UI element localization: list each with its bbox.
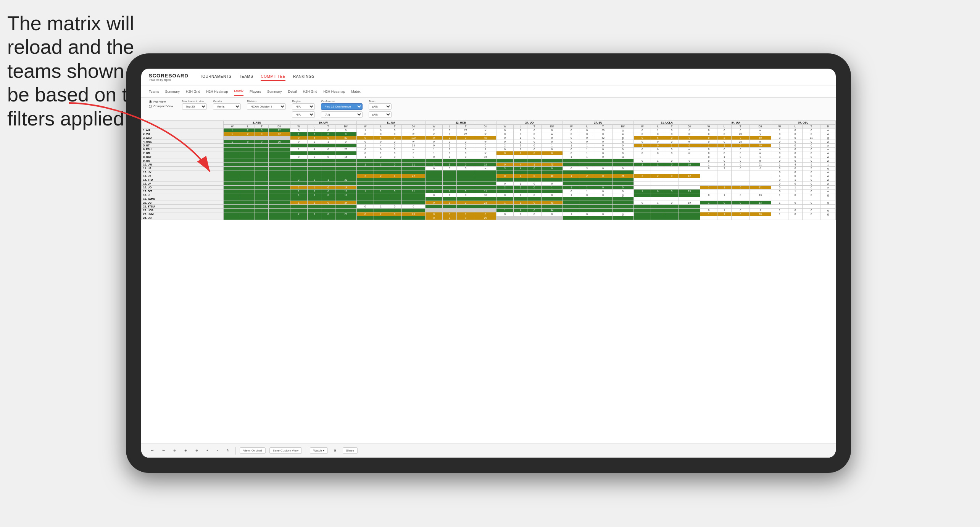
matrix-cell: g: [820, 193, 836, 197]
matrix-cell: [335, 216, 356, 220]
nav-teams[interactable]: TEAMS: [239, 73, 253, 81]
row-label: 18. U: [142, 193, 224, 197]
compact-view-radio[interactable]: Compact View: [149, 104, 173, 108]
zoom-in-btn[interactable]: ⊕: [182, 448, 189, 453]
matrix-cell: [731, 178, 750, 182]
conference-select[interactable]: Pac-12 Conference (All): [321, 103, 363, 110]
matrix-cell: [356, 170, 374, 174]
matrix-cell: 1: [771, 212, 788, 216]
division-select[interactable]: NCAA Division I NCAA Division II NCAA Di…: [247, 103, 286, 110]
region-select2[interactable]: N/A: [292, 111, 315, 118]
matrix-cell: 0: [388, 151, 401, 155]
reset-btn[interactable]: ↻: [224, 448, 232, 453]
refresh-btn[interactable]: ⊙: [171, 448, 178, 453]
matrix-cell: 0: [527, 209, 541, 212]
team-select2[interactable]: (All): [369, 111, 392, 118]
view-toggle: Full View Compact View: [149, 100, 173, 108]
matrix-cell: [717, 216, 731, 220]
region-select[interactable]: N/A: [292, 103, 315, 110]
matrix-cell: [665, 178, 679, 182]
subnav-teams[interactable]: Teams: [149, 87, 159, 96]
matrix-cell: 1: [717, 144, 731, 148]
matrix-cell: [401, 193, 425, 197]
matrix-cell: [456, 159, 475, 163]
subnav-players[interactable]: Players: [250, 87, 261, 96]
minus-btn[interactable]: −: [214, 448, 221, 453]
matrix-cell: 2: [374, 212, 388, 216]
matrix-cell: 3: [750, 209, 771, 212]
matrix-cell: 0: [771, 170, 788, 174]
matrix-cell: [679, 167, 700, 170]
matrix-cell: 1: [514, 148, 527, 151]
conference-select2[interactable]: (All): [321, 111, 363, 118]
watch-btn[interactable]: Watch ▾: [310, 447, 328, 454]
col-asu: 3. ASU: [224, 121, 290, 125]
nav-rankings[interactable]: RANKINGS: [293, 73, 314, 81]
matrix-cell: 0: [731, 163, 750, 167]
share-icon-btn[interactable]: ⊞: [332, 448, 339, 453]
save-custom-btn[interactable]: Save Custom View: [269, 447, 302, 454]
matrix-cell: 0: [788, 193, 802, 197]
matrix-cell: 1: [443, 155, 456, 159]
matrix-cell: [563, 216, 580, 220]
matrix-cell: 1: [374, 190, 388, 193]
subnav-h2h-grid1[interactable]: H2H Grid: [186, 87, 200, 96]
matrix-cell: [443, 186, 456, 190]
matrix-area[interactable]: 3. ASU 10. UW 11. UA 22. UCB 24. UO 27. …: [141, 121, 836, 458]
matrix-cell: [541, 170, 563, 174]
full-view-radio[interactable]: Full View: [149, 100, 173, 103]
matrix-cell: [717, 178, 731, 182]
row-label: 8. UAF: [142, 155, 224, 159]
matrix-cell: [255, 148, 269, 151]
matrix-cell: 3: [443, 163, 456, 167]
redo-btn[interactable]: ↪: [160, 448, 167, 453]
matrix-cell: 0: [594, 167, 612, 170]
matrix-cell: 11: [335, 193, 356, 197]
matrix-cell: 0: [541, 129, 563, 132]
matrix-cell: 38: [541, 174, 563, 178]
nav-committee[interactable]: COMMITTEE: [261, 73, 285, 81]
matrix-cell: [425, 205, 442, 209]
nav-tournaments[interactable]: TOURNAMENTS: [200, 73, 232, 81]
subnav-summary2[interactable]: Summary: [267, 87, 282, 96]
share-btn[interactable]: Share: [343, 447, 358, 454]
matrix-cell: 0: [771, 190, 788, 193]
subnav-matrix2[interactable]: Matrix: [351, 87, 361, 96]
matrix-cell: 2: [717, 163, 731, 167]
matrix-cell: 2: [241, 129, 255, 132]
subnav-detail[interactable]: Detail: [288, 87, 297, 96]
subnav-h2h-heatmap2[interactable]: H2H Heatmap: [323, 87, 345, 96]
matrix-cell: 0: [802, 148, 820, 151]
gender-select[interactable]: Men's Women's: [213, 103, 241, 110]
matrix-cell: [290, 205, 307, 209]
matrix-cell: 0: [594, 174, 612, 178]
subnav-matrix1[interactable]: Matrix: [234, 87, 244, 96]
region-filter: Region N/A N/A: [292, 100, 315, 118]
matrix-cell: 1: [356, 144, 374, 148]
matrix-cell: 0: [356, 148, 374, 151]
matrix-cell: 1: [307, 186, 321, 190]
table-row: 21. ETSU0100: [142, 205, 836, 209]
max-teams-select[interactable]: Top 25 Top 10 Top 50: [182, 103, 207, 110]
team-select[interactable]: (All): [369, 103, 392, 110]
view-original-btn[interactable]: View: Original: [240, 447, 265, 454]
matrix-cell: [563, 197, 580, 201]
plus-btn[interactable]: +: [204, 448, 211, 453]
subnav-h2h-heatmap1[interactable]: H2H Heatmap: [206, 87, 228, 96]
row-label: 21. ETSU: [142, 205, 224, 209]
matrix-cell: [356, 182, 374, 186]
matrix-cell: [802, 197, 820, 201]
zoom-out-btn[interactable]: ⊖: [193, 448, 200, 453]
matrix-cell: 1: [425, 190, 442, 193]
matrix-cell: [594, 163, 612, 167]
matrix-cell: 1: [788, 186, 802, 190]
matrix-cell: [356, 186, 374, 190]
matrix-cell: 1: [717, 193, 731, 197]
subnav-summary1[interactable]: Summary: [165, 87, 180, 96]
undo-btn[interactable]: ↩: [149, 448, 156, 453]
matrix-cell: 0: [771, 132, 788, 136]
matrix-cell: w: [679, 151, 700, 155]
matrix-cell: 0: [374, 132, 388, 136]
matrix-cell: 1: [717, 155, 731, 159]
subnav-h2h-grid2[interactable]: H2H Grid: [303, 87, 318, 96]
